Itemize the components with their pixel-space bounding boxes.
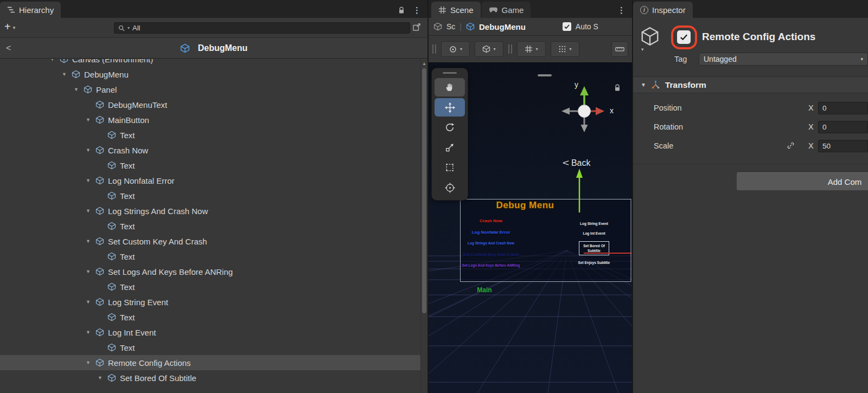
gizmo-lock-icon[interactable] (614, 84, 621, 92)
expand-arrow-icon[interactable]: ▼ (85, 178, 92, 183)
gizmo-negx-cone[interactable] (561, 108, 570, 115)
tree-row[interactable]: ▼ Text (0, 310, 420, 325)
kebab-menu-icon[interactable]: ⋮ (413, 6, 421, 14)
expand-arrow-icon[interactable]: ▼ (85, 117, 92, 123)
tree-row[interactable]: ▼ Text (0, 127, 420, 143)
overlay-drag-handle[interactable] (538, 74, 552, 76)
tab-scene[interactable]: Scene (431, 2, 481, 18)
breadcrumb-current[interactable]: DebugMenu (180, 43, 248, 53)
hierarchy-scrollbar[interactable]: ▲ (420, 59, 427, 393)
tree-row[interactable]: ▼ Set Custom Key And Crash (0, 234, 420, 249)
orientation-gizmo[interactable]: y x (551, 78, 621, 145)
expand-arrow-icon[interactable]: ▼ (85, 208, 92, 214)
tree-row[interactable]: ▼ Panel (0, 82, 420, 97)
add-component-button[interactable]: Add Com (736, 172, 868, 191)
tag-dropdown[interactable]: Untagged ▾ (699, 53, 868, 66)
tree-row[interactable]: ▼ Text (0, 158, 420, 173)
prefab-context-bar: Sc | DebugMenu Auto S (429, 18, 632, 36)
tab-game[interactable]: Game (482, 2, 531, 18)
rect-tool[interactable] (435, 158, 465, 177)
tree-row[interactable]: ▼ Remote Config Actions (0, 355, 420, 370)
foldout-arrow-icon[interactable]: ▼ (641, 82, 646, 88)
expand-arrow-icon[interactable]: ▼ (85, 147, 92, 153)
gizmo-negy-cone[interactable] (581, 125, 588, 132)
toolbar-grip-handle[interactable] (432, 44, 436, 54)
tree-row[interactable]: ▼ Text (0, 340, 420, 355)
expand-arrow-icon[interactable]: ▼ (85, 239, 92, 244)
lock-icon[interactable] (398, 7, 405, 14)
axis-value-field[interactable]: 50 (818, 140, 868, 152)
transform-row-label: Scale (654, 141, 673, 150)
overlay-grip[interactable] (443, 72, 457, 74)
gameobject-name-title[interactable]: Remote Config Actions (702, 31, 815, 43)
tree-row[interactable]: ▼ Log Strings And Crash Now (0, 203, 420, 218)
expand-arrow-icon[interactable]: ▼ (61, 72, 68, 77)
tree-row[interactable]: ▼ Log Nonfatal Error (0, 173, 420, 188)
tree-row[interactable]: ▼ Crash Now (0, 143, 420, 158)
search-filter-caret-icon[interactable]: ▾ (127, 25, 130, 30)
tab-inspector[interactable]: i Inspector (633, 2, 693, 18)
tree-row[interactable]: ▼ Text (0, 249, 420, 264)
scale-tool[interactable] (435, 138, 465, 157)
handle-orientation-button[interactable]: ▾ (475, 41, 503, 57)
tree-row[interactable]: ▼ Text (0, 279, 420, 294)
scene-viewport[interactable]: Debug Menu Crash NowLog Nonfatal ErrorLo… (429, 62, 632, 393)
tree-row[interactable]: ▼ Canvas (Environment) (0, 59, 420, 67)
grid-visibility-button[interactable]: ▾ (517, 41, 546, 57)
axis-value-field[interactable]: 0 (818, 102, 868, 114)
transform-tool[interactable] (435, 178, 465, 197)
tree-row[interactable]: ▼ MainButton (0, 112, 420, 127)
move-tool[interactable] (435, 98, 465, 117)
gizmo-center-ball[interactable] (578, 105, 591, 118)
gameobject-big-cube-icon[interactable] (640, 26, 660, 47)
expand-arrow-icon[interactable]: ▼ (85, 330, 92, 335)
kebab-menu-icon[interactable]: ⋮ (617, 6, 626, 14)
transform-component-header[interactable]: ▼ Transform (633, 76, 868, 93)
gameobject-cube-icon (95, 298, 104, 306)
breadcrumb-back-chevron[interactable]: < (6, 43, 11, 53)
pivot-mode-button[interactable]: ▾ (441, 41, 470, 57)
tree-row[interactable]: ▼ Log String Event (0, 294, 420, 310)
popout-icon[interactable] (412, 23, 421, 31)
expand-arrow-icon[interactable]: ▼ (97, 375, 104, 381)
add-gameobject-button[interactable]: + ▾ (4, 21, 15, 32)
autosave-checkbox[interactable] (563, 22, 571, 31)
measure-tool-button[interactable] (611, 41, 628, 57)
tab-scene-label: Scene (450, 5, 474, 15)
expand-arrow-icon[interactable]: ▼ (85, 299, 92, 305)
expand-arrow-icon[interactable]: ▼ (49, 59, 56, 62)
gameobject-cube-icon (107, 161, 116, 170)
axis-value-field[interactable]: 0 (818, 121, 868, 133)
tree-row[interactable]: ▼ DebugMenu (0, 67, 420, 82)
expand-arrow-icon[interactable]: ▼ (85, 269, 92, 274)
gizmo-x-cone[interactable] (596, 107, 604, 115)
tab-hierarchy[interactable]: Hierarchy (0, 2, 61, 18)
toolbar-grip-handle[interactable] (508, 44, 512, 54)
panel-divider[interactable] (632, 0, 633, 393)
prefab-name-label[interactable]: DebugMenu (479, 22, 526, 31)
tree-row-label: Log Strings And Crash Now (108, 207, 208, 216)
scrollbar-thumb[interactable] (422, 68, 426, 313)
tree-row[interactable]: ▼ Set Logs And Keys Before ANRing (0, 264, 420, 279)
tree-row[interactable]: ▼ DebugMenuText (0, 97, 420, 112)
tree-row[interactable]: ▼ Log Int Event (0, 325, 420, 340)
tree-row-label: Crash Now (108, 146, 148, 155)
scene-back-text: < Back (563, 158, 591, 169)
grid-snapping-button[interactable]: ▾ (551, 41, 579, 57)
gizmo-y-cone[interactable] (580, 86, 589, 95)
icon-picker-caret[interactable]: ▾ (641, 47, 644, 52)
panel-divider[interactable] (427, 0, 429, 393)
gameobject-cube-icon (95, 237, 104, 246)
scroll-up-arrow-icon[interactable]: ▲ (421, 59, 427, 66)
tree-row[interactable]: ▼ Text (0, 188, 420, 203)
rotate-tool[interactable] (435, 118, 465, 137)
search-input[interactable]: ▾ All (114, 22, 410, 34)
tree-row[interactable]: ▼ Set Bored Of Subtitle (0, 370, 420, 385)
scene-crumb-label[interactable]: Sc (446, 22, 455, 31)
view-hand-tool[interactable] (435, 78, 465, 96)
tree-row-label: Set Custom Key And Crash (108, 237, 207, 246)
scale-link-icon[interactable] (787, 141, 795, 150)
expand-arrow-icon[interactable]: ▼ (85, 360, 92, 365)
tree-row[interactable]: ▼ Text (0, 218, 420, 234)
expand-arrow-icon[interactable]: ▼ (73, 87, 80, 92)
